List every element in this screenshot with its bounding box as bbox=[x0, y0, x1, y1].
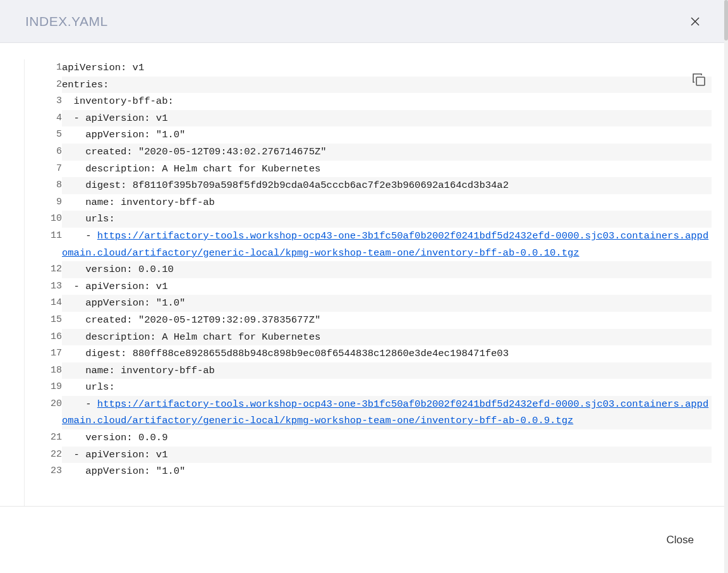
code-table: 1apiVersion: v12entries:3 inventory-bff-… bbox=[24, 59, 712, 480]
line-number: 19 bbox=[24, 379, 62, 396]
line-number: 8 bbox=[24, 177, 62, 194]
line-number: 12 bbox=[24, 261, 62, 278]
line-number: 16 bbox=[24, 329, 62, 346]
line-number: 23 bbox=[24, 463, 62, 480]
svg-rect-2 bbox=[696, 77, 705, 85]
close-button[interactable]: Close bbox=[664, 529, 696, 551]
code-line: 13 - apiVersion: v1 bbox=[24, 278, 712, 295]
code-line: 12 version: 0.0.10 bbox=[24, 261, 712, 278]
code-content: - apiVersion: v1 bbox=[62, 278, 712, 295]
code-content: urls: bbox=[62, 211, 712, 228]
url-link[interactable]: https://artifactory-tools.workshop-ocp43… bbox=[62, 230, 708, 259]
modal-header: INDEX.YAML bbox=[0, 0, 728, 43]
gutter-border bbox=[24, 59, 25, 506]
code-content: apiVersion: v1 bbox=[62, 59, 712, 77]
line-number: 10 bbox=[24, 211, 62, 228]
code-content: inventory-bff-ab: bbox=[62, 93, 712, 110]
code-content: created: "2020-05-12T09:32:09.37835677Z" bbox=[62, 312, 712, 329]
line-number: 2 bbox=[24, 77, 62, 94]
line-number: 22 bbox=[24, 447, 62, 464]
code-content: entries: bbox=[62, 77, 712, 94]
code-content: - https://artifactory-tools.workshop-ocp… bbox=[62, 396, 712, 429]
line-number: 4 bbox=[24, 110, 62, 127]
modal-body: 1apiVersion: v12entries:3 inventory-bff-… bbox=[0, 43, 724, 506]
copy-icon bbox=[691, 72, 707, 87]
code-line: 9 name: inventory-bff-ab bbox=[24, 194, 712, 211]
code-line: 6 created: "2020-05-12T09:43:02.27671467… bbox=[24, 144, 712, 161]
code-line: 8 digest: 8f8110f395b709a598f5fd92b9cda0… bbox=[24, 177, 712, 194]
code-line: 3 inventory-bff-ab: bbox=[24, 93, 712, 110]
line-number: 9 bbox=[24, 194, 62, 211]
line-number: 14 bbox=[24, 295, 62, 312]
code-content: digest: 880ff88ce8928655d88b948c898b9ec0… bbox=[62, 345, 712, 362]
line-number: 20 bbox=[24, 396, 62, 429]
line-number: 15 bbox=[24, 312, 62, 329]
code-line: 4 - apiVersion: v1 bbox=[24, 110, 712, 127]
code-content: version: 0.0.10 bbox=[62, 261, 712, 278]
code-line: 10 urls: bbox=[24, 211, 712, 228]
code-line: 5 appVersion: "1.0" bbox=[24, 126, 712, 144]
code-line: 23 appVersion: "1.0" bbox=[24, 463, 712, 480]
modal-title: INDEX.YAML bbox=[25, 14, 108, 29]
code-content: description: A Helm chart for Kubernetes bbox=[62, 329, 712, 346]
code-line: 17 digest: 880ff88ce8928655d88b948c898b9… bbox=[24, 345, 712, 362]
modal-footer: Close bbox=[0, 506, 724, 573]
url-link[interactable]: https://artifactory-tools.workshop-ocp43… bbox=[62, 398, 708, 427]
code-content: appVersion: "1.0" bbox=[62, 463, 712, 480]
line-number: 11 bbox=[24, 228, 62, 261]
code-content: name: inventory-bff-ab bbox=[62, 362, 712, 379]
code-line: 22 - apiVersion: v1 bbox=[24, 447, 712, 464]
scrollbar-thumb[interactable] bbox=[724, 0, 728, 40]
code-line: 2entries: bbox=[24, 77, 712, 94]
line-number: 6 bbox=[24, 144, 62, 161]
code-content: - https://artifactory-tools.workshop-ocp… bbox=[62, 228, 712, 261]
code-content: - apiVersion: v1 bbox=[62, 110, 712, 127]
copy-button[interactable] bbox=[689, 70, 709, 92]
line-number: 21 bbox=[24, 429, 62, 447]
code-line: 7 description: A Helm chart for Kubernet… bbox=[24, 161, 712, 178]
code-content: urls: bbox=[62, 379, 712, 396]
code-line: 21 version: 0.0.9 bbox=[24, 429, 712, 447]
code-content: name: inventory-bff-ab bbox=[62, 194, 712, 211]
code-line: 19 urls: bbox=[24, 379, 712, 396]
code-content: appVersion: "1.0" bbox=[62, 126, 712, 144]
line-number: 7 bbox=[24, 161, 62, 178]
code-line: 20 - https://artifactory-tools.workshop-… bbox=[24, 396, 712, 429]
scrollbar[interactable] bbox=[724, 0, 728, 573]
code-line: 15 created: "2020-05-12T09:32:09.3783567… bbox=[24, 312, 712, 329]
line-number: 13 bbox=[24, 278, 62, 295]
code-line: 18 name: inventory-bff-ab bbox=[24, 362, 712, 379]
code-content: version: 0.0.9 bbox=[62, 429, 712, 447]
line-number: 5 bbox=[24, 126, 62, 144]
code-content: created: "2020-05-12T09:43:02.276714675Z… bbox=[62, 144, 712, 161]
code-content: description: A Helm chart for Kubernetes bbox=[62, 161, 712, 178]
line-number: 18 bbox=[24, 362, 62, 379]
close-icon[interactable] bbox=[688, 14, 703, 29]
code-content: - apiVersion: v1 bbox=[62, 447, 712, 464]
code-line: 16 description: A Helm chart for Kuberne… bbox=[24, 329, 712, 346]
line-number: 17 bbox=[24, 345, 62, 362]
code-line: 1apiVersion: v1 bbox=[24, 59, 712, 77]
code-block: 1apiVersion: v12entries:3 inventory-bff-… bbox=[0, 59, 724, 506]
code-line: 14 appVersion: "1.0" bbox=[24, 295, 712, 312]
code-content: digest: 8f8110f395b709a598f5fd92b9cda04a… bbox=[62, 177, 712, 194]
code-content: appVersion: "1.0" bbox=[62, 295, 712, 312]
line-number: 3 bbox=[24, 93, 62, 110]
code-line: 11 - https://artifactory-tools.workshop-… bbox=[24, 228, 712, 261]
line-number: 1 bbox=[24, 59, 62, 77]
